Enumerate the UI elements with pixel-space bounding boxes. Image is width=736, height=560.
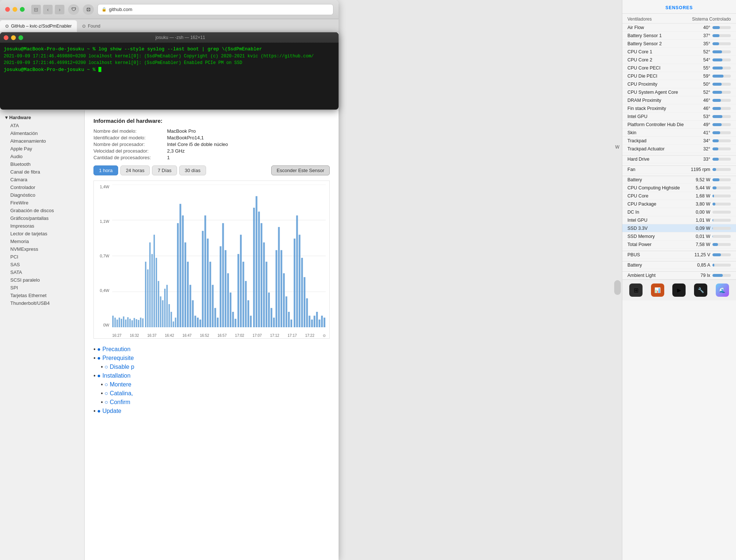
x-label-1652: 16:52	[200, 333, 209, 338]
btn-1hora[interactable]: 1 hora	[93, 165, 118, 175]
sidebar-item-thunderbolt[interactable]: Thunderbolt/USB4	[0, 299, 84, 307]
browser-window: ⊟ ‹ › 🛡 ⊡ 🔒 github.com ⊙ GitHub – kvic-z…	[0, 0, 339, 560]
hw-info-cpu-count: Cantidad de procesadores: 1	[93, 155, 330, 160]
sensor-bar-cpu-chs	[712, 186, 731, 189]
sidebar-item-grabacion[interactable]: Grabación de discos	[0, 207, 84, 214]
sidebar-item-ata[interactable]: ATA	[0, 122, 84, 129]
browser-nav-icons: ⊟ ‹ ›	[31, 5, 64, 14]
sensor-value-intgpu: 53°	[688, 114, 710, 119]
sidebar-item-nvmexpress[interactable]: NVMExpress	[0, 245, 84, 253]
sensor-row-skin: Skin 41°	[622, 129, 736, 137]
toolbar-icon-activity[interactable]: ▶	[672, 283, 686, 297]
sidebar-item-scsi[interactable]: SCSI paralelo	[0, 276, 84, 284]
sensor-bar-cpu-core2	[712, 58, 731, 61]
sidebar-item-lector[interactable]: Lector de tarjetas	[0, 230, 84, 238]
tab-label-github: GitHub – kvic-z/SsdPmEnabler	[11, 24, 72, 29]
sensor-bar-airflow	[712, 26, 731, 29]
svg-rect-45	[202, 231, 204, 327]
svg-rect-41	[192, 300, 194, 327]
svg-rect-14	[131, 320, 133, 327]
github-list-item: ● Update	[93, 408, 330, 414]
terminal-output-1: 2021-09-09 17:21:46.469880+0200 localhos…	[4, 53, 335, 60]
sensor-row-cpu-core1: CPU Core 1 52°	[622, 48, 736, 56]
sidebar-item-controlador[interactable]: Controlador	[0, 183, 84, 191]
term-minimize[interactable]	[11, 35, 16, 40]
tab-github[interactable]: ⊙ GitHub – kvic-z/SsdPmEnabler	[0, 20, 77, 32]
x-label-1707: 17:07	[252, 333, 262, 338]
sidebar-item-applepay[interactable]: Apple Pay	[0, 145, 84, 153]
github-sublist-confirm[interactable]: ○ Confirm	[105, 399, 130, 405]
svg-rect-21	[147, 270, 149, 327]
forward-icon[interactable]: ›	[55, 5, 64, 14]
svg-rect-28	[162, 300, 163, 327]
sidebar-item-diagnostico[interactable]: Diagnóstico	[0, 191, 84, 199]
toolbar-icon-stats[interactable]: 📊	[651, 283, 664, 297]
share-icon: ⊡	[83, 4, 94, 15]
sidebar-section-label: Hardware	[9, 115, 31, 120]
term-maximize[interactable]	[18, 35, 23, 40]
sensor-value-battery2: 35°	[688, 41, 710, 46]
tab-found[interactable]: ⊙ Found	[77, 20, 106, 32]
sidebar-item-sas[interactable]: SAS	[0, 261, 84, 268]
github-list-link-install[interactable]: ● Installation	[97, 372, 131, 379]
svg-rect-40	[190, 285, 191, 327]
github-list-link-update[interactable]: ● Update	[97, 408, 121, 414]
github-sublist-disable[interactable]: ○ Disable p	[105, 364, 134, 370]
sensor-name-ssd33v: SSD 3.3V	[627, 226, 688, 231]
sensor-bar-trackpad	[712, 139, 731, 142]
sidebar-item-impresoras[interactable]: Impresoras	[0, 222, 84, 230]
svg-rect-64	[250, 316, 252, 327]
sidebar-item-camara[interactable]: Cámara	[0, 176, 84, 183]
terminal-prompt-2: josuku@MacBook-Pro-de-josuku ~ % █	[4, 66, 335, 74]
url-bar[interactable]: 🔒 github.com	[98, 4, 333, 15]
sensor-row-cpu-diepeci: CPU Die PECI 59°	[622, 72, 736, 80]
sensor-name-cpu-core1: CPU Core 1	[627, 49, 688, 54]
minimize-button[interactable]	[13, 7, 17, 12]
github-sublist: ○ Disable p	[101, 364, 330, 370]
btn-7dias[interactable]: 7 Días	[152, 165, 177, 175]
sidebar-item-firewire[interactable]: FireWire	[0, 199, 84, 207]
github-sublist-install: ○ Montere ○ Catalina, ○ Confirm	[101, 381, 330, 406]
github-sublist-monterey[interactable]: ○ Montere	[105, 381, 131, 388]
y-label-11: 1,1W	[100, 219, 109, 224]
github-sublist-catalina[interactable]: ○ Catalina,	[105, 390, 133, 396]
sidebar-item-canal[interactable]: Canal de fibra	[0, 168, 84, 176]
sidebar-item-audio[interactable]: Audio	[0, 153, 84, 160]
back-icon[interactable]: ‹	[43, 5, 53, 14]
sidebar-item-memoria[interactable]: Memoria	[0, 238, 84, 245]
github-list-link-prereq[interactable]: ● Prerequisite	[97, 355, 134, 361]
scroll-indicator[interactable]	[614, 280, 621, 295]
sensor-name-cpu-core-w: CPU Core	[627, 193, 688, 199]
btn-24horas[interactable]: 24 horas	[120, 165, 150, 175]
close-button[interactable]	[5, 7, 10, 12]
sidebar-item-almacenamiento[interactable]: Almacenamiento	[0, 137, 84, 145]
sidebar-item-tarjetas[interactable]: Tarjetas Ethernet	[0, 292, 84, 299]
sensor-bar-cpu-corepeci	[712, 67, 731, 69]
sidebar-item-alimentacion[interactable]: Alimentación	[0, 129, 84, 137]
svg-rect-30	[166, 285, 168, 327]
hw-label-cpu-count: Cantidad de procesadores:	[93, 155, 167, 160]
sidebar-item-pci[interactable]: PCI	[0, 253, 84, 261]
toolbar-icon-tools[interactable]: 🔧	[694, 283, 707, 297]
sidebar-item-bluetooth[interactable]: Bluetooth	[0, 160, 84, 168]
toolbar-icon-terminal[interactable]: ⊞	[629, 283, 643, 297]
svg-rect-58	[235, 319, 237, 327]
svg-rect-50	[214, 308, 216, 327]
svg-rect-36	[180, 204, 181, 327]
github-list-link-precaution[interactable]: ● Precaution	[97, 346, 131, 352]
sidebar-item-spi[interactable]: SPI	[0, 284, 84, 292]
sensor-bar-cpu-core-w	[712, 195, 731, 197]
btn-30dias[interactable]: 30 días	[179, 165, 206, 175]
maximize-button[interactable]	[20, 7, 25, 12]
hw-value-cpu-name: Intel Core i5 de doble núcleo	[167, 142, 228, 147]
power-chart: 1,4W 1,1W 0,7W 0,4W 0W	[93, 181, 330, 339]
sensor-name-cpu-pkg: CPU Package	[627, 201, 688, 207]
toolbar-icon-istat[interactable]: 🌊	[716, 283, 729, 297]
hide-sensor-button[interactable]: Esconder Este Sensor	[271, 165, 330, 175]
terminal-cursor: █	[98, 67, 101, 72]
term-close[interactable]	[4, 35, 8, 40]
sidebar-item-sata[interactable]: SATA	[0, 268, 84, 276]
sensor-name-batt-power: Battery	[627, 177, 688, 182]
sidebar-toggle-icon[interactable]: ⊟	[31, 5, 41, 14]
sidebar-item-graficos[interactable]: Gráficos/pantallas	[0, 214, 84, 222]
